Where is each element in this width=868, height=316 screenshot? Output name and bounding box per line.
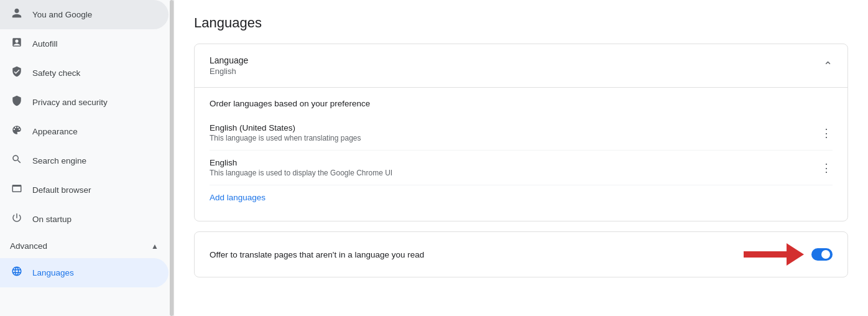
safety-icon	[10, 66, 24, 80]
sidebar-label: Safety check	[32, 68, 80, 78]
translate-toggle[interactable]	[811, 248, 833, 261]
language-row-info: English (United States) This language is…	[210, 123, 361, 142]
order-languages-section: Order languages based on your preference…	[195, 88, 847, 221]
main-content: Languages Language English ⌃ Order langu…	[174, 0, 868, 316]
sidebar-label: You and Google	[32, 10, 92, 19]
autofill-icon	[10, 37, 24, 51]
sidebar-item-you-and-google[interactable]: You and Google	[0, 0, 169, 29]
sidebar-sub-item-label: Languages	[32, 268, 74, 277]
sidebar-item-search-engine[interactable]: Search engine	[0, 146, 169, 175]
language-label: Language	[210, 55, 248, 65]
language-row-more-icon[interactable]: ⋮	[821, 126, 833, 140]
page-title: Languages	[194, 15, 848, 31]
globe-icon	[10, 266, 24, 280]
sidebar-label: Search engine	[32, 156, 86, 165]
language-row: English This language is used to display…	[210, 151, 833, 185]
advanced-label: Advanced	[10, 241, 47, 251]
sidebar-scrollbar	[170, 0, 173, 316]
sidebar-label: Privacy and security	[32, 98, 108, 107]
sidebar-item-appearance[interactable]: Appearance	[0, 117, 169, 146]
arrow-shaft	[744, 251, 787, 258]
translate-toggle-area	[744, 243, 833, 266]
search-icon	[10, 154, 24, 168]
language-value: English	[210, 67, 248, 76]
sidebar-label: On startup	[32, 215, 72, 224]
sidebar-item-privacy-security[interactable]: Privacy and security	[0, 88, 169, 117]
translate-row: Offer to translate pages that aren't in …	[195, 232, 847, 277]
advanced-section-header[interactable]: Advanced ▲	[0, 234, 169, 258]
sidebar: You and Google Autofill Safety check Pri…	[0, 0, 174, 316]
sidebar-label: Default browser	[32, 185, 91, 195]
sidebar-item-languages[interactable]: Languages	[0, 258, 169, 287]
language-name: English (United States)	[210, 123, 361, 132]
annotation-arrow	[744, 243, 804, 266]
startup-icon	[10, 212, 24, 226]
language-desc: This language is used when translating p…	[210, 134, 361, 142]
browser-icon	[10, 183, 24, 197]
language-row: English (United States) This language is…	[210, 116, 833, 151]
language-row-more-icon[interactable]: ⋮	[821, 161, 833, 175]
sidebar-item-safety-check[interactable]: Safety check	[0, 58, 169, 88]
languages-card: Language English ⌃ Order languages based…	[194, 44, 848, 221]
language-desc: This language is used to display the Goo…	[210, 169, 392, 177]
privacy-icon	[10, 95, 24, 109]
language-header-section: Language English ⌃	[195, 44, 847, 88]
sidebar-item-default-browser[interactable]: Default browser	[0, 175, 169, 205]
appearance-icon	[10, 124, 24, 139]
language-name: English	[210, 158, 392, 167]
advanced-chevron-icon: ▲	[151, 242, 159, 251]
order-label: Order languages based on your preference	[210, 99, 833, 108]
translate-text: Offer to translate pages that aren't in …	[210, 250, 424, 259]
language-header-left: Language English	[210, 55, 248, 76]
translate-card: Offer to translate pages that aren't in …	[194, 231, 848, 277]
add-languages-button[interactable]: Add languages	[210, 185, 265, 210]
sidebar-item-on-startup[interactable]: On startup	[0, 205, 169, 234]
arrow-head	[787, 243, 804, 266]
sidebar-label: Appearance	[32, 127, 78, 136]
language-collapse-icon[interactable]: ⌃	[823, 59, 833, 73]
language-row-info: English This language is used to display…	[210, 158, 392, 177]
sidebar-label: Autofill	[32, 39, 58, 49]
person-icon	[10, 7, 24, 22]
sidebar-item-autofill[interactable]: Autofill	[0, 29, 169, 58]
